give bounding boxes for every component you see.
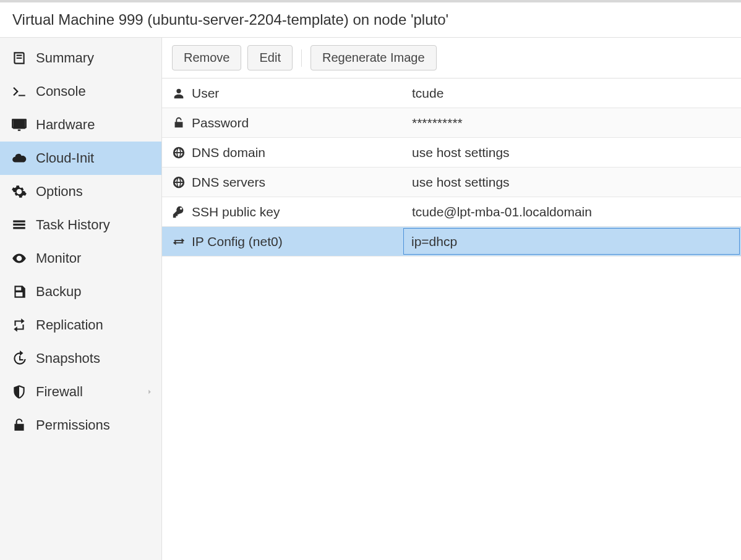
exchange-icon <box>172 235 186 248</box>
key-icon <box>172 205 186 219</box>
retweet-icon <box>11 317 27 333</box>
sidebar-item-hardware[interactable]: Hardware <box>0 108 161 142</box>
sidebar-item-label: Hardware <box>36 117 95 133</box>
config-row[interactable]: DNS serversuse host settings <box>162 168 741 197</box>
config-row[interactable]: Usertcude <box>162 78 741 108</box>
sidebar-item-label: Replication <box>36 317 103 333</box>
config-row-label: IP Config (net0) <box>192 234 283 249</box>
sidebar-item-firewall[interactable]: Firewall <box>0 375 161 409</box>
remove-button[interactable]: Remove <box>172 45 241 70</box>
config-row-label-cell: User <box>162 78 403 108</box>
config-row-value: use host settings <box>403 138 741 167</box>
sidebar-item-label: Firewall <box>36 384 83 400</box>
sidebar-item-label: Cloud-Init <box>36 150 94 166</box>
sidebar-item-label: Summary <box>36 50 94 66</box>
config-row-label: DNS domain <box>192 145 265 160</box>
sidebar-item-label: Backup <box>36 284 81 300</box>
vm-panel: Virtual Machine 999 (ubuntu-server-2204-… <box>0 0 741 560</box>
shield-icon <box>11 384 27 400</box>
content-area: Remove Edit Regenerate Image UsertcudePa… <box>162 38 741 560</box>
config-row-label-cell: DNS servers <box>162 168 403 197</box>
sidebar-item-label: Task History <box>36 217 110 233</box>
unlock-icon <box>11 417 27 433</box>
toolbar: Remove Edit Regenerate Image <box>162 38 741 78</box>
sidebar-item-summary[interactable]: Summary <box>0 41 161 75</box>
config-row[interactable]: SSH public keytcude@lpt-mba-01.localdoma… <box>162 197 741 227</box>
globe-icon <box>172 146 186 159</box>
config-row-value: ********** <box>403 108 741 137</box>
panel-title: Virtual Machine 999 (ubuntu-server-2204-… <box>12 11 448 28</box>
sidebar-item-label: Console <box>36 83 86 100</box>
terminal-icon <box>11 83 27 100</box>
config-row[interactable]: DNS domainuse host settings <box>162 138 741 168</box>
eye-icon <box>11 250 27 266</box>
config-row-label: DNS servers <box>192 175 265 190</box>
sidebar-item-replication[interactable]: Replication <box>0 308 161 342</box>
chevron-right-icon <box>145 388 154 396</box>
unlock-icon <box>172 116 186 130</box>
gear-icon <box>11 184 27 200</box>
config-row-label-cell: DNS domain <box>162 138 403 167</box>
sidebar-item-permissions[interactable]: Permissions <box>0 409 161 442</box>
config-row-value: tcude@lpt-mba-01.localdomain <box>403 197 741 226</box>
toolbar-separator <box>301 49 302 67</box>
sidebar-item-label: Monitor <box>36 250 81 266</box>
sidebar-item-cloud-init[interactable]: Cloud-Init <box>0 142 161 175</box>
globe-icon <box>172 176 186 189</box>
config-row[interactable]: Password********** <box>162 108 741 138</box>
sidebar-item-label: Options <box>36 184 83 200</box>
panel-body: SummaryConsoleHardwareCloud-InitOptionsT… <box>0 38 741 560</box>
sidebar-item-console[interactable]: Console <box>0 75 161 108</box>
sidebar-item-monitor[interactable]: Monitor <box>0 242 161 275</box>
sidebar-item-task-history[interactable]: Task History <box>0 208 161 242</box>
config-row-label: SSH public key <box>192 205 280 219</box>
config-row-label-cell: SSH public key <box>162 197 403 226</box>
config-row-value: tcude <box>403 78 741 108</box>
list-icon <box>11 217 27 233</box>
config-row-value: ip=dhcp <box>403 228 740 255</box>
cloud-icon <box>11 150 27 166</box>
desktop-icon <box>11 117 27 133</box>
save-icon <box>11 284 27 300</box>
sidebar-item-snapshots[interactable]: Snapshots <box>0 342 161 375</box>
regenerate-image-button[interactable]: Regenerate Image <box>311 45 437 70</box>
sidebar-item-backup[interactable]: Backup <box>0 275 161 308</box>
user-icon <box>172 87 186 100</box>
config-row-label-cell: IP Config (net0) <box>162 227 403 256</box>
panel-header: Virtual Machine 999 (ubuntu-server-2204-… <box>0 2 741 38</box>
config-row-label: User <box>192 86 219 101</box>
book-icon <box>11 50 27 66</box>
sidebar-item-options[interactable]: Options <box>0 175 161 208</box>
config-row-label-cell: Password <box>162 108 403 137</box>
config-row[interactable]: IP Config (net0)ip=dhcp <box>162 227 741 257</box>
sidebar: SummaryConsoleHardwareCloud-InitOptionsT… <box>0 38 162 560</box>
config-row-label: Password <box>192 116 249 130</box>
sidebar-item-label: Permissions <box>36 417 110 433</box>
config-row-value: use host settings <box>403 168 741 197</box>
edit-button[interactable]: Edit <box>247 45 292 70</box>
config-table: UsertcudePassword**********DNS domainuse… <box>162 78 741 257</box>
history-icon <box>11 350 27 367</box>
sidebar-item-label: Snapshots <box>36 350 100 367</box>
